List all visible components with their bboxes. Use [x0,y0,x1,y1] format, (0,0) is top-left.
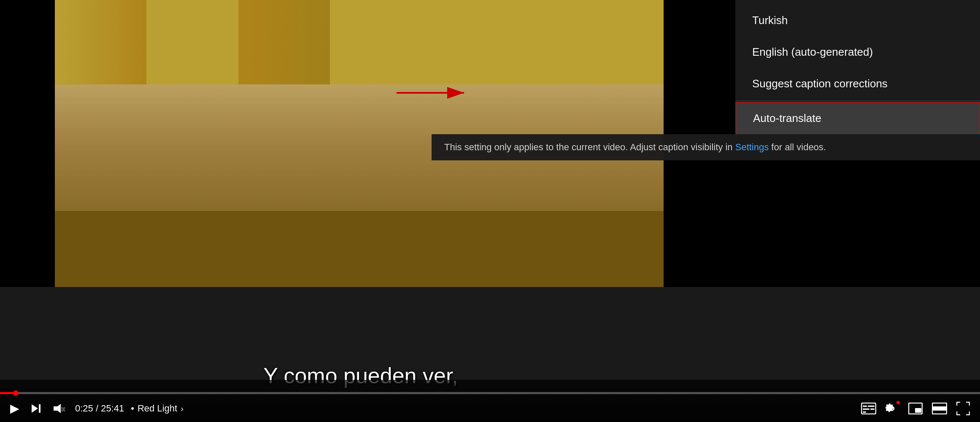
chapter-separator: • [131,403,134,414]
svg-rect-10 [870,408,875,410]
time-display: 0:25 / 25:41 [75,403,124,414]
controls-row: ▶ )))) 0:25 / 25:41 [0,400,980,417]
controls-bar: ▶ )))) 0:25 / 25:41 [0,380,980,422]
svg-marker-2 [32,404,38,413]
theater-mode-button[interactable] [930,401,949,416]
next-button[interactable] [28,400,44,417]
chapter-title: • Red Light › [131,403,184,414]
caption-language-menu: Korean Polish Portuguese Russian ✓ Spani… [735,0,980,135]
progress-fill [0,392,16,394]
menu-item-label: Turkish [752,14,788,27]
menu-item-turkish[interactable]: Turkish [735,5,980,36]
svg-rect-3 [39,404,40,413]
progress-bar[interactable] [0,392,980,394]
time-separator: / [96,403,101,414]
menu-item-suggest-corrections[interactable]: Suggest caption corrections [735,68,980,100]
svg-rect-7 [863,406,867,407]
subtitles-button[interactable] [859,401,878,416]
info-content: This setting only applies to the current… [444,142,733,152]
video-title: Red Light [138,403,177,414]
time-total: 25:41 [101,403,124,414]
time-current: 0:25 [75,403,93,414]
menu-item-english-auto[interactable]: English (auto-generated) [735,36,980,68]
volume-button[interactable]: )))) [51,400,67,417]
svg-text:)))): )))) [61,407,65,411]
svg-marker-4 [54,404,61,413]
caption-info-text: This setting only applies to the current… [432,134,980,160]
settings-notification-dot [896,401,900,404]
svg-rect-16 [932,406,947,411]
menu-item-label: Suggest caption corrections [752,77,888,90]
menu-item-spanish[interactable]: ✓ Spanish [735,0,980,5]
right-controls [859,400,972,417]
menu-divider [735,100,980,101]
red-arrow-indicator [397,84,472,101]
miniplayer-button[interactable] [907,401,924,416]
menu-item-auto-translate[interactable]: Auto-translate [735,102,980,135]
play-button[interactable]: ▶ [8,401,21,416]
svg-rect-14 [915,408,921,413]
video-container: Y como pueden ver, Korean Polish Portugu… [0,0,980,422]
fullscreen-button[interactable] [955,400,972,417]
svg-rect-11 [863,411,866,413]
info-suffix: for all videos. [771,142,826,152]
svg-rect-9 [863,408,869,410]
settings-button[interactable] [884,400,901,417]
menu-item-label: Auto-translate [753,112,821,125]
chapter-chevron-icon: › [181,404,184,414]
progress-thumb [13,390,19,396]
settings-link[interactable]: Settings [735,142,769,152]
svg-rect-8 [868,406,875,407]
menu-item-label: English (auto-generated) [752,46,873,59]
black-bar-left [0,0,55,287]
